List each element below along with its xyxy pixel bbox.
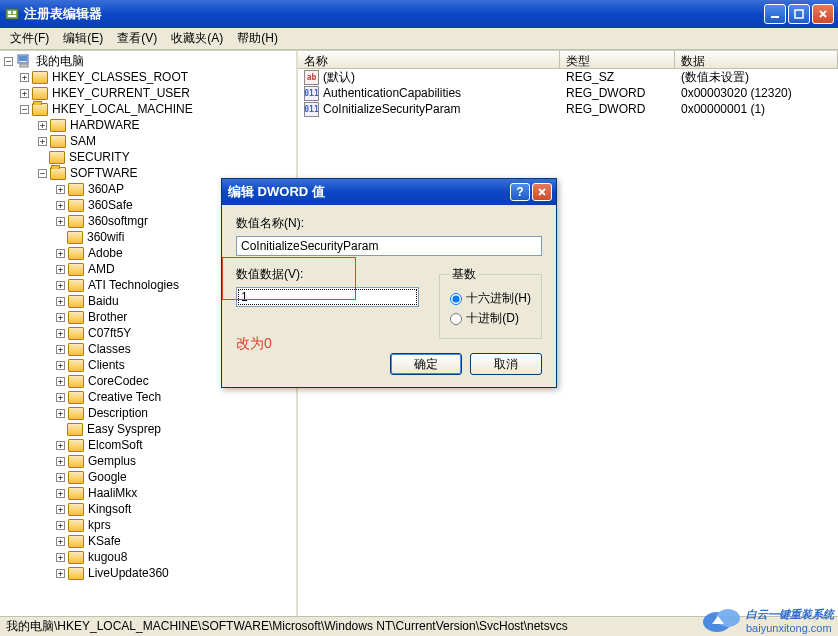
tree-item[interactable]: +Kingsoft bbox=[2, 501, 294, 517]
expand-icon[interactable]: + bbox=[56, 489, 65, 498]
tree-item-label[interactable]: 360wifi bbox=[87, 230, 124, 244]
expand-icon[interactable]: + bbox=[56, 265, 65, 274]
minimize-button[interactable] bbox=[764, 4, 786, 24]
expand-icon[interactable]: − bbox=[4, 57, 13, 66]
tree-item-label[interactable]: Kingsoft bbox=[88, 502, 131, 516]
expand-icon[interactable]: + bbox=[56, 329, 65, 338]
tree-item-label[interactable]: Brother bbox=[88, 310, 127, 324]
expand-icon[interactable]: + bbox=[56, 345, 65, 354]
tree-root[interactable]: 我的电脑 bbox=[36, 53, 84, 70]
maximize-button[interactable] bbox=[788, 4, 810, 24]
tree-item[interactable]: +LiveUpdate360 bbox=[2, 565, 294, 581]
radio-hex[interactable] bbox=[450, 293, 462, 305]
tree-item-label[interactable]: C07ft5Y bbox=[88, 326, 131, 340]
menu-fav[interactable]: 收藏夹(A) bbox=[165, 28, 229, 49]
expand-icon[interactable]: + bbox=[56, 441, 65, 450]
tree-item[interactable]: +Description bbox=[2, 405, 294, 421]
value-name-input[interactable] bbox=[236, 236, 542, 256]
expand-icon[interactable]: + bbox=[56, 457, 65, 466]
tree-item-label[interactable]: ElcomSoft bbox=[88, 438, 143, 452]
expand-icon[interactable]: + bbox=[56, 313, 65, 322]
expand-icon[interactable]: + bbox=[56, 521, 65, 530]
expand-icon[interactable]: + bbox=[20, 73, 29, 82]
col-type[interactable]: 类型 bbox=[560, 51, 675, 68]
expand-icon[interactable]: + bbox=[56, 569, 65, 578]
expand-icon[interactable]: + bbox=[56, 393, 65, 402]
list-row[interactable]: 011AuthenticationCapabilitiesREG_DWORD0x… bbox=[298, 85, 838, 101]
tree-item-label[interactable]: Easy Sysprep bbox=[87, 422, 161, 436]
expand-icon[interactable]: + bbox=[56, 281, 65, 290]
tree-item-label[interactable]: AMD bbox=[88, 262, 115, 276]
list-row[interactable]: ab(默认)REG_SZ(数值未设置) bbox=[298, 69, 838, 85]
menu-view[interactable]: 查看(V) bbox=[111, 28, 163, 49]
tree-item-label[interactable]: Classes bbox=[88, 342, 131, 356]
tree-item-label[interactable]: CoreCodec bbox=[88, 374, 149, 388]
tree-hklm[interactable]: HKEY_LOCAL_MACHINE bbox=[52, 102, 193, 116]
tree-item[interactable]: +KSafe bbox=[2, 533, 294, 549]
tree-item-label[interactable]: LiveUpdate360 bbox=[88, 566, 169, 580]
col-name[interactable]: 名称 bbox=[298, 51, 560, 68]
tree-item[interactable]: +Creative Tech bbox=[2, 389, 294, 405]
tree-item-label[interactable]: 360Safe bbox=[88, 198, 133, 212]
list-row[interactable]: 011CoInitializeSecurityParamREG_DWORD0x0… bbox=[298, 101, 838, 117]
expand-icon[interactable]: + bbox=[56, 361, 65, 370]
titlebar[interactable]: 注册表编辑器 bbox=[0, 0, 838, 28]
tree-item-label[interactable]: KSafe bbox=[88, 534, 121, 548]
ok-button[interactable]: 确定 bbox=[390, 353, 462, 375]
expand-icon[interactable]: + bbox=[56, 201, 65, 210]
expand-icon[interactable]: − bbox=[38, 169, 47, 178]
radio-dec[interactable] bbox=[450, 313, 462, 325]
expand-icon[interactable]: + bbox=[56, 185, 65, 194]
tree-item[interactable]: +kugou8 bbox=[2, 549, 294, 565]
tree-item[interactable]: +ElcomSoft bbox=[2, 437, 294, 453]
expand-icon[interactable]: + bbox=[56, 473, 65, 482]
tree-hkcr[interactable]: HKEY_CLASSES_ROOT bbox=[52, 70, 188, 84]
tree-item-label[interactable]: Baidu bbox=[88, 294, 119, 308]
tree-security[interactable]: SECURITY bbox=[69, 150, 130, 164]
expand-icon[interactable]: + bbox=[20, 89, 29, 98]
tree-item-label[interactable]: Adobe bbox=[88, 246, 123, 260]
tree-hardware[interactable]: HARDWARE bbox=[70, 118, 140, 132]
expand-icon[interactable]: + bbox=[56, 249, 65, 258]
tree-hkcu[interactable]: HKEY_CURRENT_USER bbox=[52, 86, 190, 100]
tree-item-label[interactable]: Description bbox=[88, 406, 148, 420]
tree-item-label[interactable]: Creative Tech bbox=[88, 390, 161, 404]
expand-icon[interactable]: + bbox=[56, 217, 65, 226]
tree-item-label[interactable]: 360AP bbox=[88, 182, 124, 196]
tree-item-label[interactable]: kprs bbox=[88, 518, 111, 532]
tree-item[interactable]: +HaaliMkx bbox=[2, 485, 294, 501]
expand-icon[interactable]: + bbox=[56, 297, 65, 306]
dialog-titlebar[interactable]: 编辑 DWORD 值 ? bbox=[222, 179, 556, 205]
dialog-close-button[interactable] bbox=[532, 183, 552, 201]
expand-icon[interactable]: + bbox=[56, 409, 65, 418]
tree-item[interactable]: +Google bbox=[2, 469, 294, 485]
expand-icon[interactable]: + bbox=[56, 377, 65, 386]
dialog-help-button[interactable]: ? bbox=[510, 183, 530, 201]
tree-item-label[interactable]: ATI Technologies bbox=[88, 278, 179, 292]
menu-edit[interactable]: 编辑(E) bbox=[57, 28, 109, 49]
expand-icon[interactable]: + bbox=[56, 505, 65, 514]
expand-icon[interactable]: + bbox=[38, 121, 47, 130]
tree-item-label[interactable]: Clients bbox=[88, 358, 125, 372]
tree-sam[interactable]: SAM bbox=[70, 134, 96, 148]
cancel-button[interactable]: 取消 bbox=[470, 353, 542, 375]
tree-item-label[interactable]: kugou8 bbox=[88, 550, 127, 564]
tree-item[interactable]: Easy Sysprep bbox=[2, 421, 294, 437]
tree-item-label[interactable]: HaaliMkx bbox=[88, 486, 137, 500]
expand-icon[interactable]: + bbox=[56, 537, 65, 546]
expand-icon[interactable]: + bbox=[38, 137, 47, 146]
tree-item-label[interactable]: Google bbox=[88, 470, 127, 484]
tree-software[interactable]: SOFTWARE bbox=[70, 166, 138, 180]
close-button[interactable] bbox=[812, 4, 834, 24]
menu-file[interactable]: 文件(F) bbox=[4, 28, 55, 49]
expand-icon[interactable]: + bbox=[56, 553, 65, 562]
tree-item-label[interactable]: 360softmgr bbox=[88, 214, 148, 228]
value-data-label: 数值数据(V): bbox=[236, 266, 419, 283]
expand-icon[interactable]: − bbox=[20, 105, 29, 114]
tree-item[interactable]: +kprs bbox=[2, 517, 294, 533]
tree-item-label[interactable]: Gemplus bbox=[88, 454, 136, 468]
value-data-input[interactable] bbox=[236, 287, 419, 307]
col-data[interactable]: 数据 bbox=[675, 51, 838, 68]
tree-item[interactable]: +Gemplus bbox=[2, 453, 294, 469]
menu-help[interactable]: 帮助(H) bbox=[231, 28, 284, 49]
